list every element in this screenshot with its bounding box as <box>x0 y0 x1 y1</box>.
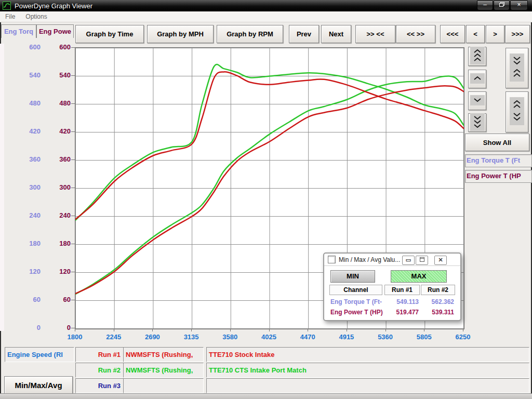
run2-desc-box: TTE710 CTS Intake Port Match <box>206 363 529 378</box>
y-tick-mark <box>71 159 75 160</box>
x-tick-label: 1800 <box>58 333 91 341</box>
minmax-torque-channel: Eng Torque T (Ft- <box>330 298 388 307</box>
minmax-close-button[interactable]: ✕ <box>434 256 447 265</box>
scale-down-button[interactable] <box>468 91 486 110</box>
column-header-run1[interactable]: Run #1 <box>384 285 420 295</box>
app-window: PowerDyne Graph Viewer – × FileOptions E… <box>0 0 532 399</box>
y-tick-label-power: 60 <box>39 296 71 303</box>
app-icon <box>3 2 11 10</box>
x-tick-label: 2245 <box>97 333 130 341</box>
show-all-button[interactable]: Show All <box>465 134 529 151</box>
graph-by-time-button[interactable]: Graph by Time <box>75 25 144 43</box>
zoom-out-x-button[interactable]: << >> <box>396 25 435 43</box>
x-tick-label: 3135 <box>175 333 208 341</box>
collapse-scale-button[interactable] <box>506 48 528 88</box>
scroll-left-button[interactable]: < <box>466 25 485 43</box>
menu-options[interactable]: Options <box>20 13 52 20</box>
minmax-power-run1-value: 519.477 <box>384 309 419 317</box>
scroll-far-left-button[interactable]: <<< <box>440 25 465 43</box>
power-channel-label[interactable]: Eng Power T (HP <box>465 170 532 183</box>
y-tick-label-torque: 540 <box>9 71 41 79</box>
y-tick-label-power: 240 <box>39 211 71 219</box>
triple-chevron-up-icon <box>470 47 485 66</box>
minmax-maximize-button[interactable] <box>416 256 428 265</box>
min-max-avg-button[interactable]: Min/Max/Avg <box>4 376 73 394</box>
maximize-icon <box>420 257 424 262</box>
chevron-down-icon <box>470 95 485 107</box>
menubar: FileOptions <box>0 11 532 22</box>
column-header-channel[interactable]: Channel <box>329 285 382 295</box>
zoom-in-x-button[interactable]: >> << <box>355 25 395 43</box>
y-tick-mark <box>71 300 75 300</box>
minmax-torque-run2-value: 562.362 <box>421 298 454 307</box>
tab-eng-power[interactable]: Eng Powe <box>36 24 74 38</box>
prev-button[interactable]: Prev <box>289 25 319 43</box>
y-tick-label-power: 540 <box>39 71 71 79</box>
x-tick-label: 4915 <box>330 333 363 341</box>
minmax-window: Min / Max / Avg Valu... ▭ ✕ MIN MAX Chan… <box>323 252 461 321</box>
x-axis-channel-box[interactable]: Engine Speed (RI <box>5 347 74 362</box>
minimize-button[interactable]: – <box>477 1 493 10</box>
restore-icon <box>499 2 504 7</box>
x-tick-mark <box>269 329 270 331</box>
scroll-far-right-button[interactable]: >>> <box>505 25 530 43</box>
document-icon <box>328 256 336 263</box>
x-tick-label: 2690 <box>136 333 169 341</box>
min-toggle-button[interactable]: MIN <box>330 270 375 283</box>
y-tick-mark <box>71 47 75 48</box>
x-tick-label: 3580 <box>214 333 247 341</box>
y-tick-label-torque: 360 <box>9 155 41 163</box>
run1-desc-box: TTE710 Stock Intake <box>206 347 529 362</box>
run3-file-box <box>123 378 204 393</box>
run2-label-box: Run #2 <box>75 363 125 378</box>
x-tick-label: 4470 <box>291 333 324 341</box>
maximize-button[interactable] <box>494 1 510 10</box>
y-tick-mark <box>71 216 75 216</box>
expand-scale-button[interactable] <box>506 91 528 132</box>
y-tick-label-power: 600 <box>39 43 71 51</box>
y-tick-label-power: 300 <box>39 183 71 191</box>
y-tick-label-power: 420 <box>39 127 71 135</box>
run1-label-box: Run #1 <box>75 347 125 362</box>
minmax-titlebar[interactable]: Min / Max / Avg Valu... ▭ ✕ <box>324 254 460 266</box>
x-tick-label: 5360 <box>369 333 402 341</box>
y-tick-label-power: 180 <box>39 240 71 247</box>
x-tick-label: 5805 <box>407 333 441 341</box>
x-tick-mark <box>75 329 75 331</box>
x-tick-mark <box>152 329 153 331</box>
x-tick-label: 4025 <box>252 333 286 341</box>
menu-file[interactable]: File <box>0 13 20 20</box>
minmax-power-channel: Eng Power T (HP) <box>330 309 393 317</box>
minmax-minimize-button[interactable]: ▭ <box>402 256 415 265</box>
y-tick-label-torque: 480 <box>9 99 41 107</box>
torque-channel-label[interactable]: Eng Torque T (Ft <box>465 154 532 167</box>
y-tick-label-power: 480 <box>39 99 71 107</box>
y-tick-label-torque: 60 <box>9 296 41 303</box>
x-tick-mark <box>424 329 424 331</box>
scroll-right-button[interactable]: > <box>486 25 504 43</box>
y-tick-label-torque: 180 <box>9 240 41 247</box>
run3-desc-box <box>206 378 529 393</box>
y-tick-mark <box>71 188 75 188</box>
graph-by-rpm-button[interactable]: Graph by RPM <box>217 25 283 43</box>
column-header-run2[interactable]: Run #2 <box>421 285 455 295</box>
titlebar: PowerDyne Graph Viewer – × <box>0 0 532 11</box>
scale-down-fast-button[interactable] <box>468 113 486 132</box>
graph-by-mph-button[interactable]: Graph by MPH <box>147 25 214 43</box>
y-tick-label-torque: 0 <box>9 324 41 331</box>
scale-up-button[interactable] <box>468 70 486 88</box>
tab-eng-torque[interactable]: Eng Torq <box>1 24 36 38</box>
y-tick-label-power: 120 <box>39 268 71 275</box>
scale-up-fast-button[interactable] <box>468 47 486 66</box>
y-tick-mark <box>71 244 75 244</box>
y-tick-label-torque: 420 <box>9 127 41 135</box>
next-button[interactable]: Next <box>321 25 351 43</box>
y-tick-label-torque: 600 <box>9 43 41 51</box>
y-tick-label-power: 360 <box>39 155 71 163</box>
y-tick-label-power: 0 <box>39 324 71 331</box>
max-toggle-button[interactable]: MAX <box>391 270 447 283</box>
y-tick-mark <box>71 131 75 132</box>
x-tick-label: 6250 <box>446 333 480 341</box>
y-tick-mark <box>71 103 75 104</box>
close-button[interactable]: × <box>510 1 528 10</box>
